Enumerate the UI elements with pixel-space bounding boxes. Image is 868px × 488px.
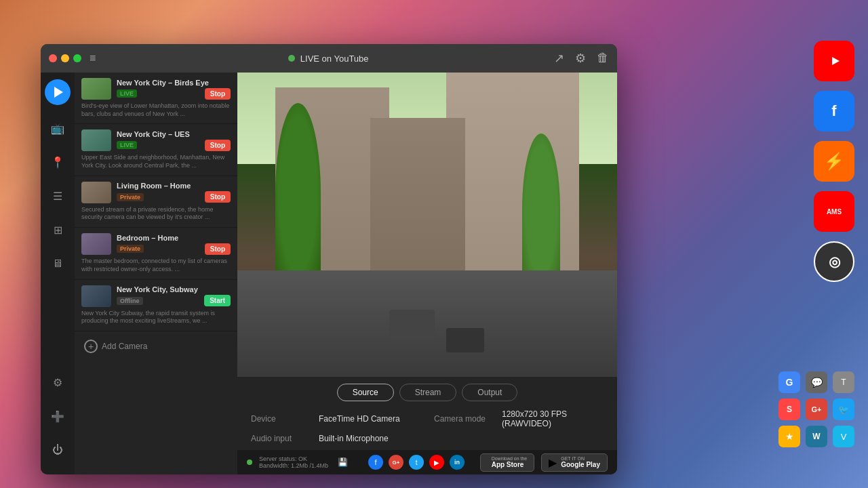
camera-info-bedroom: Bedroom – Home Private Stop (117, 234, 231, 255)
desktop-icon-facebook[interactable]: f (814, 91, 854, 131)
camera-info-living: Living Room – Home Private Stop (117, 182, 231, 203)
camera-thumb-living (81, 182, 111, 203)
social-linkedin[interactable]: in (450, 455, 465, 470)
nav-logo[interactable] (45, 79, 71, 105)
field-label-device: Device (251, 414, 319, 424)
camera-status-row-bedroom: Private Stop (117, 243, 231, 255)
mini-icon-chat[interactable]: 💬 (806, 371, 827, 393)
mini-icon-g2[interactable]: G+ (806, 399, 827, 420)
nav-item-settings[interactable]: ⚙ (47, 371, 68, 393)
camera-desc-bedroom: The master bedroom, connected to my list… (81, 258, 231, 273)
social-facebook[interactable]: f (368, 455, 383, 470)
camera-item-nyc-ues[interactable]: New York City – UES LIVE Stop Upper East… (75, 124, 237, 176)
logo-icon (51, 85, 64, 99)
server-status-ok: Server status: OK (259, 455, 328, 462)
camera-info-nyc-ues: New York City – UES LIVE Stop (117, 130, 231, 151)
nav-item-monitor[interactable]: 🖥 (47, 253, 68, 274)
menu-icon[interactable]: ≡ (90, 52, 96, 64)
add-camera-button[interactable]: + Add Camera (75, 331, 237, 361)
tab-stream[interactable]: Stream (399, 384, 457, 401)
mini-icon-tw[interactable]: 🐦 (833, 399, 854, 420)
svg-marker-2 (54, 87, 63, 98)
google-play-sub: GET IT ON (561, 456, 600, 461)
status-badge-bedroom: Private (117, 245, 144, 253)
share-icon[interactable]: ↗ (554, 51, 564, 66)
social-youtube[interactable]: ▶ (429, 455, 444, 470)
minimize-button[interactable] (61, 54, 69, 62)
camera-status-row-living: Private Stop (117, 191, 231, 203)
social-twitter[interactable]: t (409, 455, 424, 470)
desktop-icon-ams[interactable]: AMS (814, 191, 854, 232)
tree-right (522, 134, 560, 286)
camera-item-nyc-birds[interactable]: New York City – Birds Eye LIVE Stop Bird… (75, 73, 237, 124)
camera-desc-nyc-ues: Upper East Side and neighborhood, Manhat… (81, 154, 231, 169)
camera-thumb-nyc-birds (81, 78, 111, 100)
field-row-audio: Audio input Built-in Microphone (251, 434, 420, 443)
stop-btn-nyc-birds[interactable]: Stop (205, 88, 231, 100)
camera-desc-nyc-birds: Bird's-eye view of Lower Manhattan, zoom… (81, 102, 231, 118)
settings-icon[interactable]: ⚙ (575, 51, 586, 66)
tab-source[interactable]: Source (337, 384, 394, 401)
camera-item-living[interactable]: Living Room – Home Private Stop Secured … (75, 176, 237, 228)
mini-icon-s[interactable]: S (778, 399, 800, 420)
nav-item-location[interactable]: 📍 (47, 151, 68, 173)
camera-thumb-subway (81, 285, 111, 307)
google-play-icon: ▶ (549, 456, 557, 469)
server-status-text: Server status: OK Bandwidth: 1.2Mb /1.4M… (259, 455, 328, 469)
footer-stores: Download on the App Store ▶ GET IT ON Go… (480, 453, 608, 472)
app-store-text: Download on the App Store (492, 456, 528, 468)
stop-btn-nyc-ues[interactable]: Stop (205, 140, 231, 151)
maximize-button[interactable] (73, 54, 81, 62)
trash-icon[interactable]: 🗑 (597, 51, 609, 66)
camera-item-bedroom[interactable]: Bedroom – Home Private Stop The master b… (75, 228, 237, 279)
camera-status-row-nyc-birds: LIVE Stop (117, 88, 231, 100)
mini-icon-v[interactable]: V (833, 426, 854, 447)
desktop-icon-sniper[interactable]: ◎ (814, 241, 854, 282)
desktop-icons-right: f ⚡ AMS ◎ (814, 41, 854, 282)
main-content: Source Stream Output Device FaceTime HD … (237, 73, 617, 474)
desktop-icon-youtube[interactable] (814, 41, 854, 81)
nav-item-plus[interactable]: ➕ (47, 405, 68, 427)
tab-row: Source Stream Output (251, 384, 604, 401)
nav-item-power[interactable]: ⏻ (47, 439, 68, 461)
field-label-audio: Audio input (251, 434, 319, 443)
close-button[interactable] (49, 54, 57, 62)
mini-icons-row-1: G 💬 T (778, 371, 854, 393)
google-play-name: Google Play (561, 461, 600, 468)
tab-output[interactable]: Output (462, 384, 517, 401)
field-value-audio: Built-in Microphone (319, 434, 389, 443)
social-gplus[interactable]: G+ (389, 455, 403, 470)
nav-item-channels[interactable]: 📺 (47, 117, 68, 139)
camera-item-subway[interactable]: New York City, Subway Offline Start New … (75, 280, 237, 331)
title-bar-center: LIVE on YouTube (102, 54, 554, 64)
tree-left (275, 103, 321, 285)
nav-item-grid[interactable]: ⊞ (47, 219, 68, 241)
camera-name-bedroom: Bedroom – Home (117, 234, 231, 242)
mini-icon-g[interactable]: G (778, 371, 800, 393)
status-badge-nyc-ues: LIVE (117, 141, 137, 149)
camera-desc-living: Secured stream of a private residence, t… (81, 206, 231, 222)
start-btn-subway[interactable]: Start (204, 295, 231, 306)
camera-info-subway: New York City, Subway Offline Start (117, 285, 231, 306)
title-bar: ≡ LIVE on YouTube ↗ ⚙ 🗑 (41, 44, 617, 73)
desktop-mini-icons: G 💬 T S G+ 🐦 ★ W V (778, 371, 854, 447)
left-nav: 📺 📍 ☰ ⊞ 🖥 ⚙ ➕ ⏻ (41, 73, 75, 474)
bandwidth-text: Bandwidth: 1.2Mb /1.4Mb (259, 462, 328, 469)
mini-icon-wp[interactable]: W (806, 426, 827, 447)
field-row-camera-mode: Camera mode 868x488 30 FPS (RAWVIDEO) (434, 409, 604, 428)
field-value-camera-mode: 868x488 30 FPS (RAWVIDEO) (502, 409, 604, 428)
video-background (237, 73, 617, 377)
stop-btn-bedroom[interactable]: Stop (205, 243, 231, 255)
mini-icon-t[interactable]: T (833, 371, 854, 393)
stop-btn-living[interactable]: Stop (205, 191, 231, 203)
camera-status-row-subway: Offline Start (117, 295, 231, 306)
google-play-badge[interactable]: ▶ GET IT ON Google Play (541, 453, 608, 472)
mini-icon-y[interactable]: ★ (778, 426, 800, 447)
server-status-dot (247, 460, 252, 465)
nav-item-list[interactable]: ☰ (47, 185, 68, 207)
car-2 (446, 328, 484, 352)
camera-header-subway: New York City, Subway Offline Start (81, 285, 231, 307)
desktop-icon-thunder[interactable]: ⚡ (814, 141, 854, 182)
bottom-panel: Source Stream Output Device FaceTime HD … (237, 377, 617, 450)
app-store-badge[interactable]: Download on the App Store (480, 453, 535, 472)
